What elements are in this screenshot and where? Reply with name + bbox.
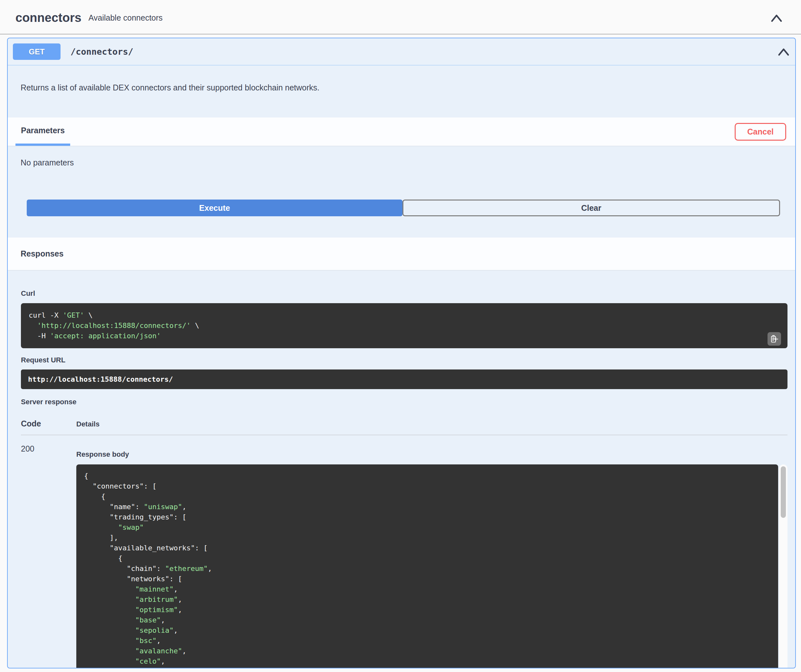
details-column-header: Details	[76, 420, 100, 428]
scrollbar-thumb[interactable]	[781, 466, 786, 518]
response-body-scrollbar[interactable]	[779, 465, 788, 669]
swagger-page: connectors Available connectors GET /con…	[0, 0, 801, 672]
curl-command-text: curl -X 'GET' \ 'http://localhost:15888/…	[29, 310, 780, 341]
request-url-label: Request URL	[21, 356, 788, 364]
opblock-get-connectors: GET /connectors/ Returns a list of avail…	[7, 38, 796, 669]
chevron-up-icon	[770, 13, 783, 23]
code-column-header: Code	[21, 419, 76, 428]
response-body-wrap: { "connectors": [ { "name": "uniswap", "…	[76, 465, 788, 669]
operation-summary[interactable]: GET /connectors/	[8, 38, 795, 65]
response-table-header: Code Details	[21, 419, 788, 435]
server-response-label: Server response	[21, 398, 788, 406]
status-code: 200	[21, 435, 76, 669]
collapse-tag-button[interactable]	[769, 11, 783, 25]
cancel-button[interactable]: Cancel	[735, 123, 786, 141]
copy-to-clipboard-button[interactable]	[767, 332, 781, 346]
no-parameters-text: No parameters	[21, 158, 795, 167]
server-response-table: Code Details 200 Response body { "connec…	[21, 419, 788, 669]
operation-path: /connectors/	[71, 47, 133, 57]
execute-button-row: Execute Clear	[27, 199, 780, 216]
curl-command-block: curl -X 'GET' \ 'http://localhost:15888/…	[21, 303, 788, 348]
responses-body: Curl curl -X 'GET' \ 'http://localhost:1…	[8, 270, 795, 669]
clear-button[interactable]: Clear	[402, 199, 780, 216]
tag-title: connectors	[16, 11, 82, 25]
response-body-label: Response body	[76, 435, 788, 459]
request-url-value: http://localhost:15888/connectors/	[21, 370, 788, 389]
curl-label: Curl	[21, 289, 788, 298]
responses-header: Responses	[8, 238, 795, 270]
collapse-operation-button[interactable]	[777, 45, 791, 59]
response-body-code: { "connectors": [ { "name": "uniswap", "…	[76, 465, 778, 669]
tag-description: Available connectors	[88, 13, 162, 23]
chevron-up-icon	[777, 47, 790, 57]
response-details-cell: Response body { "connectors": [ { "name"…	[76, 435, 788, 669]
parameters-header: Parameters Cancel	[8, 117, 795, 146]
operation-description: Returns a list of available DEX connecto…	[8, 65, 795, 117]
parameters-body: No parameters Execute Clear	[8, 146, 795, 238]
response-row-200: 200 Response body { "connectors": [ { "n…	[21, 435, 788, 669]
tag-header: connectors Available connectors	[0, 0, 801, 34]
clipboard-icon	[770, 335, 778, 343]
execute-button[interactable]: Execute	[27, 199, 402, 216]
tab-parameters[interactable]: Parameters	[16, 117, 70, 146]
responses-title: Responses	[21, 249, 63, 259]
method-badge: GET	[13, 43, 61, 60]
